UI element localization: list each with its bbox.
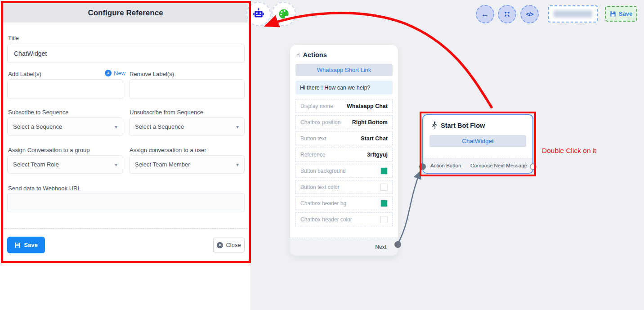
compose-next-message-label: Compose Next Message <box>470 163 527 168</box>
panel-divider <box>4 228 247 229</box>
chevron-down-icon: ▾ <box>115 162 117 168</box>
arrow-left-icon: ← <box>481 10 489 19</box>
compose-next-message-handle[interactable] <box>530 163 537 170</box>
add-labels-label: Add Label(s) <box>8 71 41 77</box>
flow-title-input[interactable] <box>548 5 598 22</box>
title-input[interactable]: ChatWidget <box>7 44 245 63</box>
assign-group-select-value: Select Team Role <box>13 161 59 168</box>
node-footer: Action Button Compose Next Message <box>423 158 532 173</box>
chevron-down-icon: ▾ <box>236 162 239 168</box>
close-button-label: Close <box>226 242 241 248</box>
node-title-text: Start Bot Flow <box>441 122 485 129</box>
assign-user-select[interactable]: Select Team Member ▾ <box>129 155 245 174</box>
color-swatch <box>380 216 388 223</box>
color-swatch <box>380 200 388 207</box>
unsubscribe-select[interactable]: Select a Sequence ▾ <box>129 117 245 136</box>
panel-title: Configure Reference <box>3 3 248 22</box>
close-button[interactable]: ✕ Close <box>213 238 245 252</box>
remove-labels-label: Remove Label(s) <box>130 71 174 77</box>
property-row: Chatbox header bg <box>295 196 393 210</box>
subscribe-select[interactable]: Select a Sequence ▾ <box>7 117 123 136</box>
subscribe-label: Subscribe to Sequence <box>8 109 68 116</box>
property-label: Display name <box>300 103 333 109</box>
property-row: Chatbox header color <box>295 212 393 226</box>
actions-card[interactable]: ☝ Actions Whatsapp Short Link Hi there !… <box>290 45 398 256</box>
whatsapp-short-link-pill[interactable]: Whatsapp Short Link <box>295 64 393 76</box>
remove-labels-input[interactable] <box>129 79 245 99</box>
theme-button[interactable] <box>272 2 296 26</box>
flow-connector-line <box>398 172 420 244</box>
color-swatch <box>380 184 388 191</box>
property-label: Chatbox position <box>300 119 340 126</box>
code-icon: </> <box>526 11 533 18</box>
property-value: Right Bottom <box>352 119 388 126</box>
assign-user-select-value: Select Team Member <box>135 161 190 168</box>
property-value: 3rftgyuj <box>367 152 388 158</box>
palette-icon <box>278 8 290 20</box>
unsubscribe-label: Unsubscribe from Sequence <box>130 109 203 116</box>
property-row: Display nameWhatsapp Chat <box>295 99 393 113</box>
next-output-handle[interactable] <box>394 241 401 248</box>
webhook-label: Send data to Webhook URL <box>8 185 81 192</box>
webhook-input[interactable] <box>7 193 245 212</box>
property-row: Chatbox positionRight Bottom <box>295 115 393 129</box>
property-label: Button background <box>300 168 346 174</box>
color-swatch <box>380 167 388 175</box>
new-label-text: New <box>114 70 125 76</box>
configure-reference-panel: Configure Reference Title ChatWidget Add… <box>0 0 251 310</box>
toolbar-save-label: Save <box>619 10 632 17</box>
property-label: Button text <box>300 135 326 142</box>
save-icon <box>610 11 616 17</box>
add-labels-input[interactable] <box>7 79 123 99</box>
save-button-label: Save <box>24 242 37 248</box>
embed-code-button[interactable]: </> <box>520 5 539 23</box>
new-label-link[interactable]: + New <box>105 70 125 76</box>
toolbar-save-button[interactable]: Save <box>605 6 637 22</box>
property-row: Reference3rftgyuj <box>295 148 393 162</box>
title-input-value: ChatWidget <box>14 50 47 57</box>
unsubscribe-select-value: Select a Sequence <box>135 123 184 130</box>
assign-user-label: Assign conversation to a user <box>130 147 206 153</box>
save-button[interactable]: Save <box>7 237 45 253</box>
next-label: Next <box>375 244 386 250</box>
bot-builder-button[interactable] <box>246 2 271 26</box>
save-icon <box>14 242 21 248</box>
actions-card-title: Actions <box>303 51 327 58</box>
subscribe-select-value: Select a Sequence <box>13 123 62 130</box>
assign-group-select[interactable]: Select Team Role ▾ <box>7 155 123 174</box>
fit-view-button[interactable] <box>498 5 516 23</box>
assign-group-label: Assign Conversation to a group <box>8 147 89 153</box>
property-label: Chatbox header bg <box>300 200 346 207</box>
action-button-label: Action Button <box>430 163 461 168</box>
property-label: Chatbox header color <box>300 216 352 223</box>
actions-card-footer: Next <box>290 238 398 256</box>
robot-icon <box>253 8 264 20</box>
walking-person-icon <box>431 121 438 129</box>
chevron-down-icon: ▾ <box>115 124 117 130</box>
back-button[interactable]: ← <box>476 5 494 23</box>
plus-circle-icon: + <box>105 70 112 76</box>
title-label: Title <box>8 35 19 41</box>
hand-pointer-icon: ☝ <box>296 51 300 58</box>
close-icon: ✕ <box>217 242 223 248</box>
property-row: Button text color <box>295 180 393 194</box>
property-label: Reference <box>300 152 325 158</box>
greeting-message: Hi there ! How can we help? <box>295 81 393 94</box>
node-reference-pill[interactable]: ChatWidget <box>429 135 526 147</box>
action-button-handle[interactable] <box>419 163 426 170</box>
masked-text <box>554 10 592 18</box>
property-value: Whatsapp Chat <box>347 103 388 109</box>
actions-rows: Display nameWhatsapp ChatChatbox positio… <box>295 99 393 226</box>
double-click-annotation: Double Click on it <box>542 147 596 155</box>
property-row: Button background <box>295 164 393 178</box>
start-bot-flow-node[interactable]: Start Bot Flow ChatWidget Action Button … <box>422 114 533 174</box>
property-label: Button text color <box>300 184 340 190</box>
property-row: Button textStart Chat <box>295 131 393 145</box>
compress-icon <box>504 11 510 18</box>
chevron-down-icon: ▾ <box>236 124 239 130</box>
property-value: Start Chat <box>361 135 388 142</box>
